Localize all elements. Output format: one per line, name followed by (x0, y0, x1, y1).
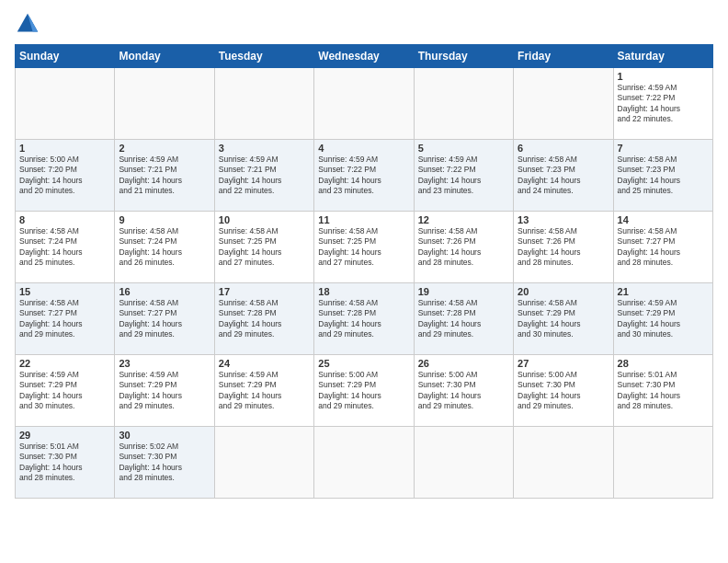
day-number: 11 (318, 214, 409, 225)
header-cell-thursday: Thursday (414, 45, 513, 68)
day-number: 30 (119, 430, 210, 441)
calendar-cell: 3Sunrise: 4:59 AM Sunset: 7:21 PM Daylig… (214, 140, 313, 212)
day-number: 1 (19, 143, 110, 154)
day-info: Sunrise: 4:59 AM Sunset: 7:29 PM Dayligh… (119, 370, 210, 412)
day-number: 15 (19, 286, 110, 297)
calendar-cell: 14Sunrise: 4:58 AM Sunset: 7:27 PM Dayli… (613, 212, 712, 283)
day-info: Sunrise: 5:00 AM Sunset: 7:30 PM Dayligh… (518, 370, 609, 412)
calendar-cell: 5Sunrise: 4:59 AM Sunset: 7:22 PM Daylig… (414, 140, 513, 212)
calendar-week-4: 22Sunrise: 4:59 AM Sunset: 7:29 PM Dayli… (16, 355, 713, 427)
day-info: Sunrise: 4:59 AM Sunset: 7:22 PM Dayligh… (418, 155, 509, 197)
header (15, 11, 713, 37)
day-number: 28 (618, 358, 709, 369)
day-info: Sunrise: 4:59 AM Sunset: 7:21 PM Dayligh… (219, 155, 310, 197)
calendar-cell (514, 68, 613, 140)
day-info: Sunrise: 4:58 AM Sunset: 7:24 PM Dayligh… (119, 226, 210, 269)
day-number: 21 (618, 286, 709, 297)
day-info: Sunrise: 4:58 AM Sunset: 7:23 PM Dayligh… (518, 155, 609, 197)
day-number: 1 (618, 71, 709, 82)
day-info: Sunrise: 4:59 AM Sunset: 7:21 PM Dayligh… (119, 155, 210, 197)
header-cell-sunday: Sunday (16, 45, 115, 68)
day-info: Sunrise: 5:02 AM Sunset: 7:30 PM Dayligh… (119, 442, 210, 484)
calendar-week-2: 8Sunrise: 4:58 AM Sunset: 7:24 PM Daylig… (16, 212, 713, 283)
calendar-body: 1Sunrise: 4:59 AM Sunset: 7:22 PM Daylig… (16, 68, 713, 499)
day-info: Sunrise: 4:58 AM Sunset: 7:28 PM Dayligh… (219, 298, 310, 340)
day-number: 5 (418, 143, 509, 154)
day-info: Sunrise: 4:58 AM Sunset: 7:26 PM Dayligh… (418, 226, 509, 269)
calendar-cell: 18Sunrise: 4:58 AM Sunset: 7:28 PM Dayli… (314, 283, 414, 355)
calendar-header: SundayMondayTuesdayWednesdayThursdayFrid… (16, 45, 713, 68)
day-info: Sunrise: 4:58 AM Sunset: 7:28 PM Dayligh… (318, 298, 409, 340)
day-info: Sunrise: 4:58 AM Sunset: 7:28 PM Dayligh… (418, 298, 509, 340)
day-info: Sunrise: 4:58 AM Sunset: 7:27 PM Dayligh… (618, 226, 709, 269)
day-info: Sunrise: 4:58 AM Sunset: 7:25 PM Dayligh… (219, 226, 310, 269)
day-number: 13 (518, 214, 609, 225)
day-number: 16 (119, 286, 210, 297)
header-cell-monday: Monday (115, 45, 214, 68)
calendar-cell: 16Sunrise: 4:58 AM Sunset: 7:27 PM Dayli… (115, 283, 214, 355)
day-info: Sunrise: 5:00 AM Sunset: 7:29 PM Dayligh… (318, 370, 409, 412)
day-number: 19 (418, 286, 509, 297)
page: SundayMondayTuesdayWednesdayThursdayFrid… (0, 0, 728, 563)
header-cell-friday: Friday (514, 45, 613, 68)
calendar-cell: 1Sunrise: 5:00 AM Sunset: 7:20 PM Daylig… (16, 140, 115, 212)
day-number: 3 (219, 143, 310, 154)
day-info: Sunrise: 5:01 AM Sunset: 7:30 PM Dayligh… (19, 442, 110, 484)
day-number: 6 (518, 143, 609, 154)
day-number: 7 (618, 143, 709, 154)
logo (15, 11, 44, 37)
calendar-cell: 29Sunrise: 5:01 AM Sunset: 7:30 PM Dayli… (16, 427, 115, 499)
day-number: 4 (318, 143, 409, 154)
calendar-cell: 28Sunrise: 5:01 AM Sunset: 7:30 PM Dayli… (613, 355, 712, 427)
header-cell-wednesday: Wednesday (314, 45, 414, 68)
day-number: 22 (19, 358, 110, 369)
day-number: 20 (518, 286, 609, 297)
day-info: Sunrise: 4:58 AM Sunset: 7:26 PM Dayligh… (518, 226, 609, 269)
calendar-cell: 19Sunrise: 4:58 AM Sunset: 7:28 PM Dayli… (414, 283, 513, 355)
calendar-cell (314, 427, 414, 499)
day-info: Sunrise: 4:59 AM Sunset: 7:29 PM Dayligh… (219, 370, 310, 412)
header-cell-tuesday: Tuesday (214, 45, 313, 68)
day-info: Sunrise: 4:59 AM Sunset: 7:29 PM Dayligh… (19, 370, 110, 412)
calendar-cell: 23Sunrise: 4:59 AM Sunset: 7:29 PM Dayli… (115, 355, 214, 427)
calendar-week-0: 1Sunrise: 4:59 AM Sunset: 7:22 PM Daylig… (16, 68, 713, 140)
calendar-cell: 20Sunrise: 4:58 AM Sunset: 7:29 PM Dayli… (514, 283, 613, 355)
day-number: 10 (219, 214, 310, 225)
calendar-cell (214, 427, 313, 499)
calendar-cell: 10Sunrise: 4:58 AM Sunset: 7:25 PM Dayli… (214, 212, 313, 283)
day-info: Sunrise: 4:59 AM Sunset: 7:29 PM Dayligh… (618, 298, 709, 340)
day-number: 29 (19, 430, 110, 441)
day-info: Sunrise: 4:59 AM Sunset: 7:22 PM Dayligh… (318, 155, 409, 197)
calendar-cell (514, 427, 613, 499)
day-info: Sunrise: 4:59 AM Sunset: 7:22 PM Dayligh… (618, 83, 709, 125)
calendar-cell: 26Sunrise: 5:00 AM Sunset: 7:30 PM Dayli… (414, 355, 513, 427)
day-info: Sunrise: 5:00 AM Sunset: 7:20 PM Dayligh… (19, 155, 110, 197)
calendar-cell (613, 427, 712, 499)
calendar-week-1: 1Sunrise: 5:00 AM Sunset: 7:20 PM Daylig… (16, 140, 713, 212)
calendar-cell: 17Sunrise: 4:58 AM Sunset: 7:28 PM Dayli… (214, 283, 313, 355)
logo-icon (15, 11, 40, 37)
calendar-cell: 4Sunrise: 4:59 AM Sunset: 7:22 PM Daylig… (314, 140, 414, 212)
calendar-cell (115, 68, 214, 140)
header-row: SundayMondayTuesdayWednesdayThursdayFrid… (16, 45, 713, 68)
day-info: Sunrise: 4:58 AM Sunset: 7:27 PM Dayligh… (19, 298, 110, 340)
day-info: Sunrise: 4:58 AM Sunset: 7:25 PM Dayligh… (318, 226, 409, 269)
day-number: 18 (318, 286, 409, 297)
day-info: Sunrise: 5:00 AM Sunset: 7:30 PM Dayligh… (418, 370, 509, 412)
calendar-table: SundayMondayTuesdayWednesdayThursdayFrid… (15, 44, 713, 499)
day-number: 9 (119, 214, 210, 225)
day-number: 23 (119, 358, 210, 369)
calendar-cell: 24Sunrise: 4:59 AM Sunset: 7:29 PM Dayli… (214, 355, 313, 427)
calendar-cell: 25Sunrise: 5:00 AM Sunset: 7:29 PM Dayli… (314, 355, 414, 427)
calendar-cell: 30Sunrise: 5:02 AM Sunset: 7:30 PM Dayli… (115, 427, 214, 499)
calendar-cell: 11Sunrise: 4:58 AM Sunset: 7:25 PM Dayli… (314, 212, 414, 283)
calendar-cell: 1Sunrise: 4:59 AM Sunset: 7:22 PM Daylig… (613, 68, 712, 140)
calendar-cell: 6Sunrise: 4:58 AM Sunset: 7:23 PM Daylig… (514, 140, 613, 212)
calendar-cell (214, 68, 313, 140)
header-cell-saturday: Saturday (613, 45, 712, 68)
day-info: Sunrise: 4:58 AM Sunset: 7:24 PM Dayligh… (19, 226, 110, 269)
day-number: 2 (119, 143, 210, 154)
calendar-week-3: 15Sunrise: 4:58 AM Sunset: 7:27 PM Dayli… (16, 283, 713, 355)
calendar-cell: 2Sunrise: 4:59 AM Sunset: 7:21 PM Daylig… (115, 140, 214, 212)
day-info: Sunrise: 4:58 AM Sunset: 7:27 PM Dayligh… (119, 298, 210, 340)
